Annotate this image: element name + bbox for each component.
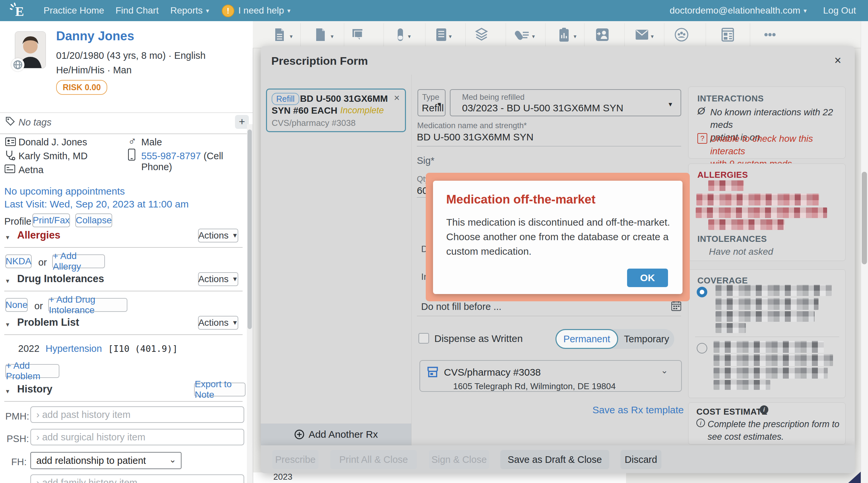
chevron-down-icon[interactable]: ▾ <box>408 33 411 40</box>
add-allergy-button[interactable]: + Add Allergy <box>52 254 105 268</box>
sidebar-scrollbar-thumb[interactable] <box>248 130 252 329</box>
info-filled-icon[interactable]: i <box>760 405 768 414</box>
coverage-divider <box>695 337 839 337</box>
or-label: or <box>38 257 47 268</box>
nav-account-menu[interactable]: doctordemo@elationhealth.com▾ <box>670 5 807 16</box>
clipboard-chart-icon[interactable] <box>556 27 571 42</box>
chevron-down-icon[interactable]: ▾ <box>331 33 334 40</box>
elation-logo-icon[interactable]: E <box>10 3 27 19</box>
dispense-as-written-label: Dispense as Written <box>434 333 523 344</box>
prescribe-button[interactable]: Prescribe <box>272 450 318 469</box>
document-lines-icon[interactable] <box>272 27 287 42</box>
fh-relationship-select[interactable]: add relationship to patient ⌄ <box>30 452 182 469</box>
dispense-as-written-checkbox[interactable] <box>418 333 429 344</box>
fh-input[interactable] <box>30 475 244 483</box>
collapse-triangle-icon[interactable]: ▾ <box>6 387 9 395</box>
nav-reports[interactable]: Reports▾ <box>170 5 209 16</box>
add-drug-intolerance-button[interactable]: + Add Drug Intolerance <box>48 298 127 312</box>
chevron-down-icon[interactable]: ▾ <box>290 33 293 40</box>
med-being-refilled-select[interactable]: Med being refilled 03/2023 - BD U-500 31… <box>450 89 681 116</box>
nav-practice-home[interactable]: Practice Home <box>43 5 104 16</box>
risk-badge[interactable]: RISK 0.00 <box>56 80 107 95</box>
upcoming-appointments-link[interactable]: No upcoming appointments <box>4 186 125 197</box>
collapse-triangle-icon[interactable]: ▾ <box>6 320 9 329</box>
do-not-fill-before[interactable]: Do not fill before ... <box>421 301 501 312</box>
patient-name[interactable]: Danny Jones <box>56 29 134 43</box>
layers-icon[interactable] <box>474 27 489 42</box>
nav-log-out[interactable]: Log Out <box>823 5 856 16</box>
discard-button[interactable]: Discard <box>620 450 661 469</box>
sign-close-button[interactable]: Sign & Close <box>429 450 489 469</box>
redacted-coverage-text <box>715 298 818 310</box>
problem-code: [I10 (401.9)] <box>108 344 178 354</box>
pmh-input[interactable] <box>30 406 244 423</box>
pharmacy-select[interactable]: CVS/pharmacy #3038 ⌄ 1605 Telegraph Rd, … <box>420 360 682 392</box>
chevron-down-icon[interactable]: ▾ <box>532 33 535 40</box>
coverage-radio-selected[interactable] <box>697 287 707 297</box>
psh-label: PSH: <box>7 433 29 444</box>
nav-find-chart[interactable]: Find Chart <box>116 5 159 16</box>
chevron-down-icon: ⌄ <box>661 365 668 376</box>
unknown-interaction-icon: ? <box>698 133 707 144</box>
print-all-close-button[interactable]: Print All & Close <box>330 450 417 469</box>
med-name-value[interactable]: BD U-500 31GX6MM SYN <box>417 132 533 143</box>
globe-badge <box>11 58 24 72</box>
chevron-down-icon[interactable]: ▾ <box>651 33 654 40</box>
pharmacy-name: CVS/pharmacy #3038 <box>444 367 541 378</box>
add-problem-button[interactable]: + Add Problem <box>5 364 59 378</box>
nav-need-help[interactable]: I need help▾ <box>238 5 290 16</box>
layout-panels-icon[interactable] <box>720 27 735 42</box>
intolerances-actions-button[interactable]: Actions▼ <box>198 272 238 286</box>
collapse-triangle-icon[interactable]: ▾ <box>6 233 9 241</box>
intolerance-none-button[interactable]: None <box>5 298 28 312</box>
last-visit-link[interactable]: Last Visit: Wed, Sep 20, 2023 at 11:00 a… <box>4 199 189 210</box>
calendar-icon[interactable] <box>671 301 681 311</box>
people-circle-icon[interactable] <box>674 27 689 42</box>
save-as-rx-template-link[interactable]: Save as Rx template <box>592 404 684 416</box>
collapse-triangle-icon[interactable]: ▾ <box>6 277 9 285</box>
phone-link[interactable]: 555-987-8797 <box>141 151 201 161</box>
modal-close-icon[interactable]: × <box>834 54 841 67</box>
window-scrollbar-thumb[interactable] <box>862 172 867 264</box>
allergies-panel: ALLERGIES INTOLERANCES Have not asked <box>688 164 845 261</box>
toggle-permanent[interactable]: Permanent <box>555 329 618 349</box>
ellipsis-icon[interactable] <box>763 27 778 42</box>
export-to-note-button[interactable]: Export to Note <box>194 382 246 396</box>
chevron-down-icon[interactable]: ▾ <box>574 33 577 40</box>
psh-input[interactable] <box>30 429 244 445</box>
modal-footer: Prescribe Print All & Close Sign & Close… <box>261 445 855 473</box>
toggle-temporary[interactable]: Temporary <box>620 329 673 349</box>
redacted-coverage-text <box>714 354 833 366</box>
person-arrow-icon[interactable] <box>595 27 610 42</box>
cost-estimate-panel: COST ESTIMATE i i Complete the prescript… <box>688 402 845 445</box>
mobile-phone-icon <box>128 149 135 161</box>
rx-card[interactable]: Refill BD U-500 31GX6MM SYN #60 EACH Inc… <box>266 89 406 132</box>
document-icon[interactable] <box>313 27 328 42</box>
chevron-down-icon[interactable]: ▾ <box>449 33 452 40</box>
globe-icon <box>11 58 24 72</box>
nkda-button[interactable]: NKDA <box>5 254 32 268</box>
redacted-coverage-text <box>714 380 770 390</box>
problems-actions-button[interactable]: Actions▼ <box>198 316 238 330</box>
envelope-icon[interactable] <box>634 27 650 42</box>
list-card-icon[interactable] <box>434 27 449 42</box>
rx-intolerances-title: INTOLERANCES <box>698 234 767 244</box>
rx-card-pharmacy: CVS/pharmacy #3038 <box>272 118 355 128</box>
dialog-ok-button[interactable]: OK <box>627 268 668 287</box>
add-another-rx-button[interactable]: Add Another Rx <box>261 424 411 445</box>
redacted-allergy-text <box>696 207 827 218</box>
rx-card-close-icon[interactable]: × <box>394 92 400 104</box>
collapse-button[interactable]: Collapse <box>75 214 112 227</box>
print-fax-button[interactable]: Print/Fax <box>32 214 70 227</box>
capsule-lines-icon[interactable] <box>515 27 530 42</box>
patient-representative: Donald J. Jones <box>19 137 87 148</box>
allergies-actions-button[interactable]: Actions▼ <box>198 229 238 243</box>
capsule-icon[interactable] <box>393 27 408 42</box>
type-select[interactable]: Type Refill ▼ <box>417 89 445 116</box>
chat-icon[interactable] <box>350 27 365 42</box>
save-draft-close-button[interactable]: Save as Draft & Close <box>500 450 609 469</box>
insurance-card-icon <box>5 165 15 173</box>
intolerances-value: Have not asked <box>709 247 773 257</box>
problem-name-link[interactable]: Hypertension <box>45 343 102 354</box>
coverage-radio-unselected[interactable] <box>697 343 707 353</box>
